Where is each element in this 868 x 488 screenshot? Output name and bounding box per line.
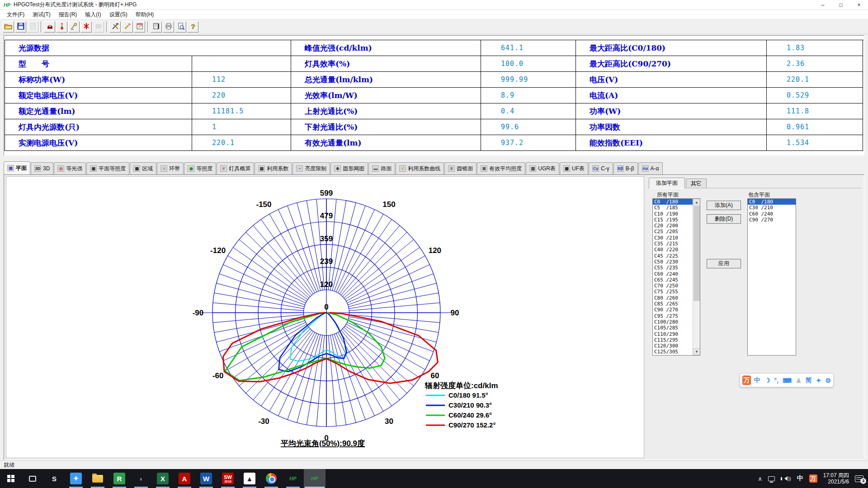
taskbar-hpgotest[interactable]: HP [282, 469, 304, 488]
taskbar-hpgotest-active[interactable]: HP [304, 469, 326, 488]
included-plane-item[interactable]: C60 /240 [748, 211, 796, 217]
menu-item-1[interactable]: 测试(T) [28, 10, 54, 19]
asterisk-icon [82, 22, 90, 32]
view-tab-A-α[interactable]: AαA-α [638, 162, 663, 174]
all-planes-listbox[interactable]: C0 /180C5 /185C10 /190C15 /195C20 /200C2… [652, 198, 700, 356]
delete-plane-button[interactable]: 删除(D) [707, 214, 741, 224]
open-file-button[interactable] [3, 21, 14, 33]
punctuation-icon[interactable]: °, [774, 377, 778, 384]
taskbar-green-stamp-app[interactable]: R [108, 469, 130, 488]
view-tab-圆形网图[interactable]: ⊕圆形网图 [330, 162, 368, 174]
menu-item-2[interactable]: 报告(R) [55, 10, 81, 19]
view-tab-B-β[interactable]: BβB-β [613, 162, 638, 174]
taskbar-solidworks[interactable]: SW2016 [217, 469, 239, 488]
view-tab-等照度[interactable]: ◉等照度 [184, 162, 216, 174]
soft-keyboard-icon[interactable]: ⌨ [783, 377, 792, 384]
menu-item-5[interactable]: 帮助(H) [132, 10, 158, 19]
view-tab-平面[interactable]: ▦平面 [4, 161, 30, 174]
export-doc-button[interactable] [27, 21, 38, 33]
menu-item-3[interactable]: 输入(I) [81, 10, 105, 19]
all-planes-scrollbar[interactable]: ▲ ▼ [693, 199, 700, 355]
minimize-button[interactable]: – [814, 0, 832, 10]
skin-icon[interactable]: ✦ [816, 377, 821, 384]
start-button[interactable] [0, 469, 22, 488]
view-tab-亮度限制[interactable]: ~亮度限制 [292, 162, 330, 174]
included-plane-item[interactable]: C0 /180 [748, 199, 796, 205]
included-plane-item[interactable]: C90 /270 [748, 217, 796, 223]
volume-icon[interactable]: )) [781, 476, 791, 481]
ime-logo-icon[interactable]: 万 [742, 375, 751, 385]
thermo-icon [58, 22, 66, 32]
tools-button[interactable] [109, 21, 121, 33]
view-tab-圆锥面[interactable]: 8圆锥面 [444, 162, 476, 174]
taskbar-tim[interactable]: ✦ [65, 469, 87, 488]
lamp-sweep-button[interactable] [68, 21, 80, 33]
scroll-up-icon[interactable]: ▲ [693, 199, 700, 206]
add-plane-button[interactable]: 添加(A) [707, 201, 741, 210]
taskbar-swoosh-app[interactable]: ◗ [130, 469, 152, 488]
tray-chevron-icon[interactable]: ∧ [758, 475, 762, 482]
help-button[interactable]: ? [187, 21, 198, 33]
tab-other[interactable]: 其它 [686, 178, 707, 188]
view-tab-label: 圆形网图 [343, 165, 364, 173]
save-button[interactable] [15, 21, 26, 33]
photos-icon: ▲ [244, 473, 255, 484]
taskbar-clock[interactable]: 17:07 周四 2021/5/6 [823, 472, 849, 485]
scroll-down-icon[interactable]: ▼ [693, 348, 700, 355]
view-tab-有效平均照度[interactable]: ⊞有效平均照度 [477, 162, 525, 174]
view-tab-利用系数[interactable]: ▤利用系数 [255, 162, 292, 174]
taskbar-task-view[interactable] [22, 469, 43, 488]
view-tab-区域[interactable]: ▩区域 [130, 162, 156, 174]
included-planes-listbox[interactable]: C0 /180C30 /210C60 /240C90 /270 [747, 198, 796, 356]
temperature-button[interactable] [56, 21, 67, 33]
print-button[interactable] [163, 21, 174, 33]
menu-item-0[interactable]: 文件(F) [3, 10, 28, 19]
taskbar-sogou[interactable]: S [43, 469, 65, 488]
table-value: 220.1 [767, 72, 863, 88]
taskbar-photos[interactable]: ▲ [239, 469, 260, 488]
view-tab-平面等照度[interactable]: ▣平面等照度 [86, 162, 129, 174]
notification-center-icon[interactable]: 3 [855, 475, 863, 482]
edit-data-button[interactable] [122, 21, 133, 33]
moon-icon[interactable]: ☽ [764, 377, 770, 384]
maximize-button[interactable]: □ [832, 0, 850, 10]
account-icon[interactable]: ♟ [796, 377, 802, 384]
simplified-icon[interactable]: 简 [806, 376, 812, 385]
taskbar-explorer[interactable] [87, 469, 108, 488]
view-tab-路面[interactable]: ▬路面 [368, 162, 395, 174]
view-tab-icon: ⊕ [334, 165, 341, 172]
network-icon[interactable] [768, 476, 775, 481]
device-panel-button[interactable] [93, 21, 104, 33]
tab-add-plane[interactable]: 添加平面 [649, 178, 685, 188]
goniometer-button[interactable] [44, 21, 55, 33]
taskbar-chrome[interactable] [260, 469, 282, 488]
close-button[interactable]: × [850, 0, 868, 10]
chinese-mode-icon[interactable]: 中 [754, 376, 760, 385]
view-tab-利用系数曲线[interactable]: √利用系数曲线 [396, 162, 444, 174]
table-value: 220 [192, 88, 291, 103]
taskbar-word[interactable]: W [195, 469, 217, 488]
report-button[interactable] [151, 21, 162, 33]
settings-icon[interactable]: ⚙ [825, 377, 831, 384]
apply-button[interactable]: 应用 [707, 259, 741, 268]
print-preview-button[interactable] [175, 21, 186, 33]
included-plane-item[interactable]: C30 /210 [748, 205, 796, 211]
menu-item-4[interactable]: 设置(S) [105, 10, 132, 19]
scrollbar-thumb[interactable] [693, 206, 700, 301]
taskbar-acrobat[interactable]: A [174, 469, 195, 488]
view-tab-UF表[interactable]: ▦UF表 [560, 162, 588, 174]
view-tab-环带[interactable]: ≡环带 [157, 162, 184, 174]
view-tab-UGR表[interactable]: ▥UGR表 [526, 162, 559, 174]
view-tab-3D[interactable]: 3D3D [31, 162, 53, 174]
notebook-button[interactable] [134, 21, 145, 33]
input-language-indicator[interactable]: 中 [797, 474, 803, 483]
view-tab-C-γ[interactable]: CγC-γ [589, 162, 613, 174]
toolbar-separator [106, 21, 107, 33]
calibration-button[interactable] [80, 21, 92, 33]
table-label: 实测电源电压(V) [5, 135, 192, 151]
ime-tray-icon[interactable]: 万 [809, 474, 817, 483]
view-tab-等光强[interactable]: ◎等光强 [54, 162, 86, 174]
preview-icon [177, 22, 185, 32]
taskbar-excel[interactable]: X [152, 469, 174, 488]
view-tab-灯具概算[interactable]: #灯具概算 [217, 162, 254, 174]
